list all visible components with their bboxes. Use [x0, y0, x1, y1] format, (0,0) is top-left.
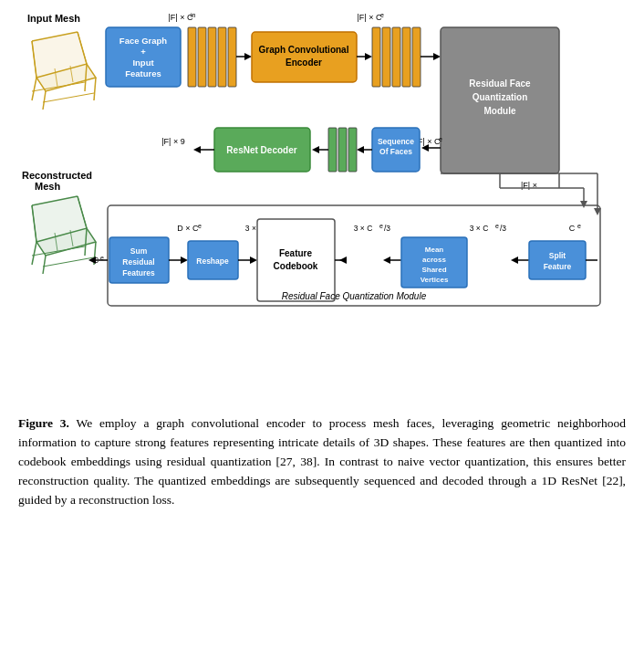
green-bar-1: [328, 128, 337, 172]
svg-marker-83: [383, 256, 390, 264]
svg-text:Mean: Mean: [425, 246, 444, 254]
svg-line-22: [32, 242, 36, 265]
svg-marker-93: [511, 256, 518, 264]
svg-marker-56: [312, 146, 319, 153]
svg-text:e: e: [577, 223, 581, 229]
output-bar-4: [402, 27, 410, 87]
svg-text:Shared: Shared: [421, 266, 446, 274]
svg-text:ResNet Decoder: ResNet Decoder: [226, 145, 296, 155]
svg-marker-77: [250, 256, 257, 264]
dim-label-fce-top: |F| × C: [358, 13, 382, 22]
output-bar-5: [412, 27, 421, 87]
svg-text:Residual Face: Residual Face: [469, 79, 531, 89]
svg-text:in: in: [191, 12, 196, 18]
svg-text:/3: /3: [384, 224, 390, 233]
svg-marker-59: [193, 146, 201, 153]
output-bar-2: [382, 27, 390, 87]
svg-line-6: [32, 78, 36, 100]
input-mesh-label: Input Mesh: [27, 13, 80, 24]
dim-ce-right: C: [569, 224, 576, 233]
svg-marker-85: [339, 256, 347, 264]
caption: Figure 3. We employ a graph convolutiona…: [18, 414, 626, 510]
reconstructed-chair-icon: [32, 196, 96, 274]
input-chair-icon: [32, 32, 96, 110]
svg-text:Features: Features: [122, 268, 155, 277]
svg-text:Reshape: Reshape: [196, 256, 229, 266]
svg-text:Feature: Feature: [544, 262, 572, 271]
svg-text:Residual: Residual: [122, 257, 154, 267]
input-bar-4: [218, 27, 226, 87]
codebook-box: [257, 219, 335, 301]
svg-text:Vertices: Vertices: [421, 276, 449, 284]
svg-text:Face Graph: Face Graph: [119, 36, 167, 46]
svg-text:+: +: [140, 47, 146, 57]
dim-3ce-right: 3 × C: [470, 224, 489, 233]
svg-text:e: e: [495, 223, 499, 229]
svg-text:Codebook: Codebook: [274, 261, 318, 271]
svg-line-8: [94, 78, 96, 100]
svg-text:Input: Input: [132, 58, 154, 68]
svg-text:Encoder: Encoder: [286, 58, 322, 68]
svg-text:Sequence: Sequence: [378, 137, 414, 146]
svg-text:across: across: [422, 256, 446, 264]
svg-text:e: e: [198, 223, 202, 229]
input-bar-3: [208, 27, 216, 87]
dim-label-f9: |F| × 9: [161, 137, 184, 146]
quant-label: Residual Face Quantization Module: [282, 291, 427, 301]
output-bar-3: [392, 27, 400, 87]
output-bar-1: [372, 27, 380, 87]
svg-line-11: [43, 93, 94, 102]
svg-line-25: [43, 256, 46, 274]
svg-line-27: [43, 257, 94, 267]
svg-line-60: [106, 150, 148, 237]
reconstructed-label-line2: Mesh: [35, 181, 60, 192]
svg-text:Feature: Feature: [279, 248, 313, 258]
dim-dce: D × C: [177, 224, 199, 233]
svg-text:Split: Split: [549, 251, 566, 260]
page-wrapper: Input Mesh: [18, 9, 626, 510]
reconstructed-label-line1: Reconstructed: [22, 170, 92, 181]
svg-text:Module: Module: [484, 106, 516, 116]
svg-line-9: [43, 91, 46, 110]
figure-label: Figure 3.: [18, 416, 69, 430]
green-bar-2: [338, 128, 347, 172]
svg-marker-54: [357, 146, 364, 153]
green-bar-3: [348, 128, 357, 172]
svg-marker-44: [433, 53, 441, 60]
svg-text:Of Faces: Of Faces: [379, 147, 412, 156]
svg-text:Quantization: Quantization: [473, 92, 528, 102]
input-bar-5: [228, 27, 236, 87]
input-bar-2: [198, 27, 206, 87]
svg-text:Features: Features: [125, 68, 161, 79]
caption-text: We employ a graph convolutional encoder …: [18, 416, 626, 507]
svg-text:Sum: Sum: [130, 246, 148, 256]
architecture-diagram: Input Mesh: [18, 9, 626, 402]
svg-text:e: e: [380, 12, 384, 18]
svg-marker-42: [365, 53, 372, 60]
dim-3ce: 3 × C: [354, 224, 373, 233]
svg-marker-37: [244, 53, 252, 60]
svg-text:Graph Convolutional: Graph Convolutional: [259, 45, 349, 55]
svg-text:e: e: [439, 136, 442, 142]
svg-text:/3: /3: [500, 224, 506, 233]
split-box: [529, 241, 586, 279]
dim-label-fin: |F| × C: [169, 13, 193, 22]
svg-marker-72: [181, 256, 188, 264]
input-bar-1: [188, 27, 196, 87]
svg-text:e: e: [379, 223, 383, 229]
svg-marker-63: [580, 201, 587, 208]
